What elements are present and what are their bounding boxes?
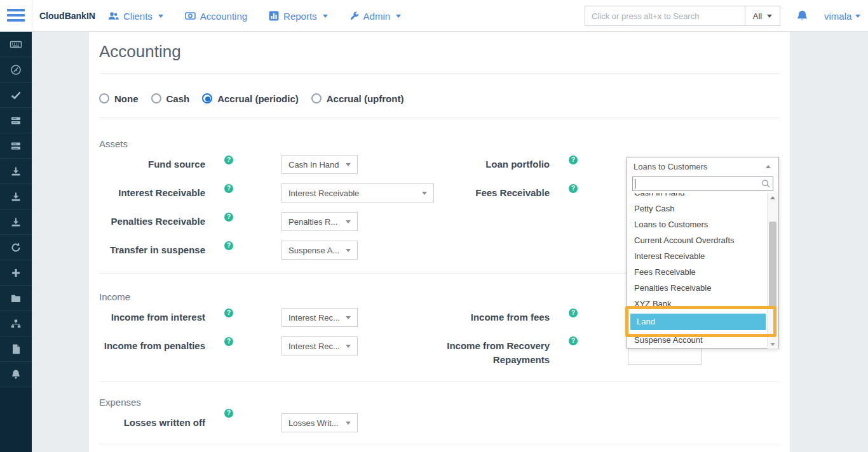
help-icon[interactable] [224, 409, 233, 418]
radio-circle [99, 93, 109, 103]
losses-written-off-label: Losses written off [99, 413, 205, 432]
server-list-icon [10, 140, 22, 152]
bell-icon [796, 10, 809, 23]
menu-toggle-icon[interactable] [7, 9, 26, 23]
fund-source-select[interactable]: Cash In Hand [281, 155, 358, 174]
section-assets: Assets [99, 138, 128, 149]
sidebar-item-dashboard[interactable] [0, 57, 32, 83]
dropdown-option[interactable]: Petty Cash [628, 201, 766, 216]
help-icon[interactable] [224, 337, 233, 346]
divider [99, 444, 779, 444]
dropdown-option[interactable]: Penalties Receivable [628, 280, 766, 296]
losses-written-off-select[interactable]: Losses Writ... [281, 413, 358, 432]
dropdown-option[interactable]: Cash In Hand [628, 193, 766, 201]
chevron-down-icon [346, 422, 351, 425]
help-icon[interactable] [569, 336, 578, 345]
dropdown-option[interactable]: Current Account Overdrafts [628, 232, 766, 248]
scrollbar-thumb[interactable] [769, 222, 776, 307]
search-icon [761, 179, 771, 189]
radio-none[interactable]: None [99, 93, 139, 104]
notifications-button[interactable] [796, 10, 810, 23]
divider [99, 117, 779, 118]
fund-source-label: Fund source [99, 155, 205, 174]
chevron-down-icon [346, 163, 351, 166]
radio-accrual-upfront-label: Accrual (upfront) [327, 93, 404, 104]
nav-accounting[interactable]: Accounting [185, 11, 247, 22]
nav-reports[interactable]: Reports [269, 11, 328, 22]
chevron-down-icon [422, 192, 427, 195]
dropdown-option[interactable]: Suspense Account [628, 332, 766, 348]
chevron-down-icon [158, 15, 163, 18]
chevron-down-icon [396, 15, 401, 18]
dropdown-option-list: Cash In Hand Petty Cash Loans to Custome… [628, 193, 766, 349]
global-search-input[interactable] [585, 6, 745, 26]
radio-accrual-periodic[interactable]: Accrual (periodic) [202, 93, 299, 104]
sidebar-item-import-2[interactable] [0, 184, 32, 209]
help-icon[interactable] [224, 309, 233, 317]
dropdown-option[interactable]: Loans to Customers [628, 216, 766, 232]
divider [99, 73, 779, 74]
nav-clients[interactable]: Clients [108, 11, 163, 22]
radio-cash[interactable]: Cash [151, 93, 190, 104]
user-menu[interactable]: vimala [824, 0, 860, 32]
sidebar-item-notifications[interactable] [0, 362, 32, 387]
sidebar-item-refresh[interactable] [0, 235, 32, 260]
sidebar-item-import[interactable] [0, 159, 32, 184]
dropdown-option[interactable]: Interest Receivable [628, 248, 766, 264]
penalties-receivable-select[interactable]: Penalties R... [281, 212, 358, 231]
dropdown-option[interactable]: Fees Receivable [628, 264, 766, 280]
nav-clients-label: Clients [123, 11, 153, 22]
page-title: Accounting [99, 42, 181, 62]
search-scope-select[interactable]: All [745, 6, 780, 26]
help-icon[interactable] [224, 184, 233, 193]
sidebar-item-batch-jobs-2[interactable] [0, 133, 32, 159]
sidebar-item-hierarchy[interactable] [0, 311, 32, 336]
plus-icon [11, 268, 21, 278]
nav-admin[interactable]: Admin [349, 11, 402, 22]
dropdown-option-highlighted[interactable]: Land [630, 314, 766, 330]
loan-portfolio-dropdown: Loans to Customers Cash In Hand Petty Ca… [627, 157, 779, 349]
help-icon[interactable] [569, 156, 578, 164]
dropdown-option[interactable]: XYZ Bank [628, 296, 766, 312]
income-from-recovery-select[interactable] [628, 346, 702, 365]
income-from-interest-label: Income from interest [99, 308, 205, 327]
sidebar-item-add[interactable] [0, 260, 32, 286]
sidebar-item-import-3[interactable] [0, 209, 32, 235]
chevron-down-icon [323, 15, 328, 18]
scroll-up-icon[interactable] [768, 193, 778, 202]
chevron-down-icon [346, 316, 351, 319]
header-divider [32, 0, 32, 32]
help-icon[interactable] [224, 213, 233, 222]
help-icon[interactable] [224, 241, 233, 250]
loan-portfolio-selected-value: Loans to Customers [634, 162, 766, 171]
sidebar-item-approvals[interactable] [0, 83, 32, 108]
income-from-interest-value: Interest Rec... [288, 313, 341, 322]
section-income: Income [99, 291, 130, 302]
users-icon [108, 11, 119, 21]
scroll-down-icon[interactable] [768, 340, 778, 349]
radio-accrual-upfront[interactable]: Accrual (upfront) [311, 93, 404, 104]
interest-receivable-select[interactable]: Interest Receivable [281, 183, 434, 203]
interest-receivable-value: Interest Receivable [288, 189, 417, 198]
transfer-in-suspense-value: Suspense A... [288, 246, 341, 255]
help-icon[interactable] [569, 184, 578, 193]
sidebar-item-document[interactable] [0, 336, 32, 362]
dropdown-search-input[interactable] [632, 176, 773, 191]
loan-portfolio-select[interactable]: Loans to Customers [627, 157, 778, 175]
income-from-recovery-label: Income from Recovery Repayments [437, 339, 550, 367]
sidebar-item-batch-jobs[interactable] [0, 108, 32, 133]
left-sidebar [0, 32, 32, 452]
income-from-penalties-select[interactable]: Interest Rec... [281, 336, 358, 356]
sidebar-item-files[interactable] [0, 286, 32, 311]
help-icon[interactable] [224, 156, 233, 164]
losses-written-off-value: Losses Writ... [288, 418, 341, 428]
loan-portfolio-label: Loan portfolio [437, 155, 550, 174]
download-icon [10, 191, 22, 203]
divider [99, 381, 779, 382]
help-icon[interactable] [569, 309, 578, 317]
screen: CloudBankIN Clients Accounting Reports A… [0, 0, 868, 452]
income-from-interest-select[interactable]: Interest Rec... [281, 308, 358, 327]
dropdown-scrollbar[interactable] [767, 193, 778, 349]
sidebar-item-keyboard[interactable] [0, 32, 32, 57]
transfer-in-suspense-select[interactable]: Suspense A... [281, 241, 358, 260]
